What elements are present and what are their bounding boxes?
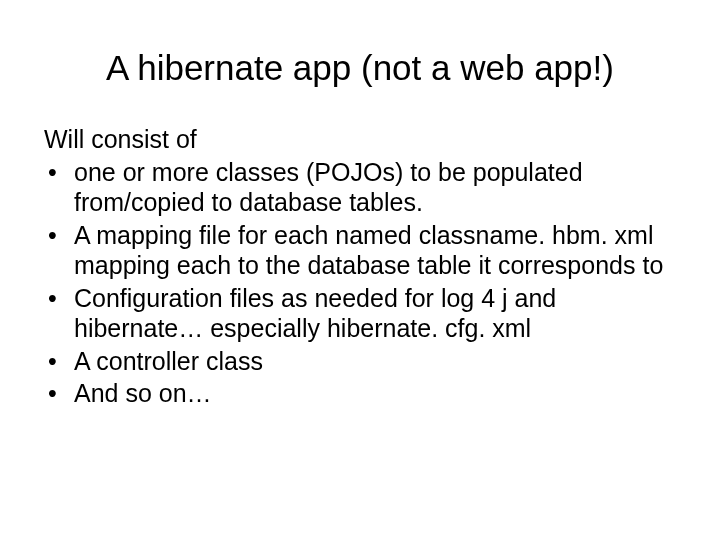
lead-text: Will consist of bbox=[44, 124, 676, 155]
slide-title: A hibernate app (not a web app!) bbox=[44, 48, 676, 88]
slide: A hibernate app (not a web app!) Will co… bbox=[0, 0, 720, 540]
list-item: And so on… bbox=[44, 378, 676, 409]
list-item: one or more classes (POJOs) to be popula… bbox=[44, 157, 676, 218]
bullet-list: one or more classes (POJOs) to be popula… bbox=[44, 157, 676, 409]
slide-body: Will consist of one or more classes (POJ… bbox=[44, 124, 676, 409]
list-item: A controller class bbox=[44, 346, 676, 377]
list-item: Configuration files as needed for log 4 … bbox=[44, 283, 676, 344]
list-item: A mapping file for each named classname.… bbox=[44, 220, 676, 281]
